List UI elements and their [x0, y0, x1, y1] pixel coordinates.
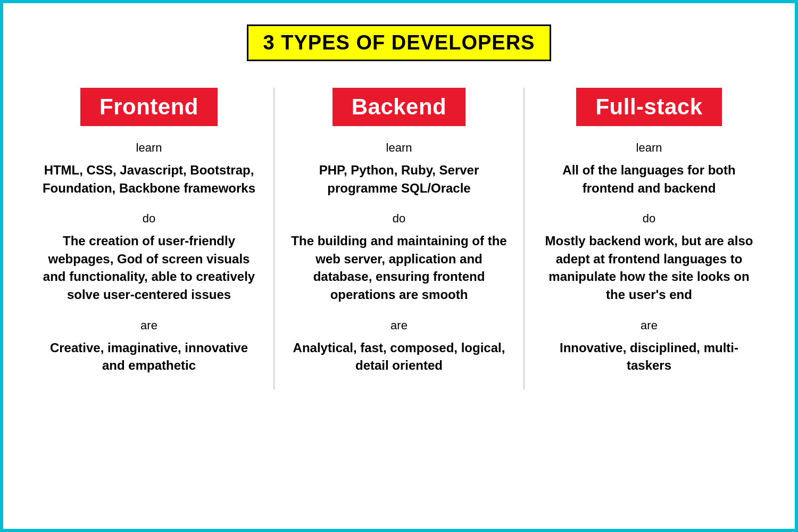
backend-header: Backend [332, 88, 466, 126]
backend-do-label: do [393, 212, 405, 226]
fullstack-learn-label: learn [636, 141, 662, 155]
page-title: 3 TYPES OF DEVELOPERS [247, 24, 552, 61]
backend-do-content: The building and maintaining of the web … [290, 232, 508, 303]
backend-learn-content: PHP, Python, Ruby, Server programme SQL/… [290, 161, 508, 197]
frontend-column: Frontend learn HTML, CSS, Javascript, Bo… [24, 88, 275, 389]
frontend-are-label: are [140, 319, 157, 332]
backend-column: Backend learn PHP, Python, Ruby, Server … [275, 88, 525, 389]
backend-learn-label: learn [386, 141, 412, 155]
frontend-do-content: The creation of user-friendly webpages, … [40, 232, 257, 303]
frontend-learn-label: learn [136, 141, 162, 155]
backend-are-content: Analytical, fast, composed, logical, det… [290, 339, 508, 375]
fullstack-learn-content: All of the languages for both frontend a… [541, 161, 758, 197]
page-title-text: 3 TYPES OF DEVELOPERS [263, 31, 535, 54]
fullstack-column: Full-stack learn All of the languages fo… [525, 88, 774, 389]
fullstack-do-content: Mostly backend work, but are also adept … [541, 232, 758, 303]
backend-are-label: are [390, 319, 408, 332]
backend-header-text: Backend [352, 94, 447, 119]
frontend-header-text: Frontend [99, 94, 198, 119]
fullstack-header-text: Full-stack [595, 94, 702, 119]
fullstack-are-label: are [641, 319, 658, 332]
frontend-learn-content: HTML, CSS, Javascript, Bootstrap, Founda… [40, 161, 257, 197]
frontend-header: Frontend [80, 88, 218, 126]
fullstack-do-label: do [643, 212, 655, 226]
frontend-do-label: do [143, 212, 155, 226]
fullstack-are-content: Innovative, disciplined, multi-taskers [541, 339, 758, 375]
page-title-wrapper: 3 TYPES OF DEVELOPERS [247, 24, 552, 61]
fullstack-header: Full-stack [576, 88, 721, 126]
columns-container: Frontend learn HTML, CSS, Javascript, Bo… [3, 88, 795, 389]
frontend-are-content: Creative, imaginative, innovative and em… [40, 339, 257, 375]
